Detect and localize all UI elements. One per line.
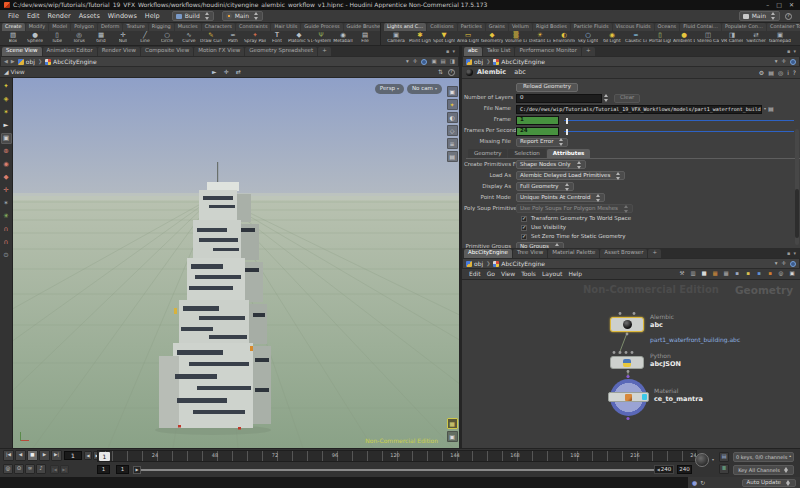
tool-curve[interactable]: ∿ Curve [178, 31, 200, 46]
network-menu-item[interactable]: Layout [539, 271, 565, 277]
help-icon[interactable]: ? [785, 13, 792, 20]
network-canvas[interactable]: Non-Commercial Edition Geometry Alembic … [462, 280, 800, 448]
shading-mode-icon[interactable]: ◐ [447, 112, 458, 123]
pivot-icon[interactable]: ✛ [1, 185, 12, 196]
shelf-tab[interactable]: Characters [202, 23, 235, 31]
tool-area-light[interactable]: ▭ Area Light [456, 31, 480, 46]
folder-tab[interactable]: Attributes [547, 149, 591, 158]
forward-icon[interactable]: ▶ [11, 59, 15, 64]
menu-item[interactable]: Edit [23, 13, 44, 20]
file-browser-icon[interactable]: ▤ [768, 106, 774, 112]
loop-mode-icon[interactable]: ∞ [25, 464, 35, 474]
shelf-tab[interactable]: Texture [123, 23, 147, 31]
pane-tab[interactable]: Tree View [513, 249, 547, 258]
fps-field[interactable]: 24 [516, 127, 559, 136]
tool-spot-light[interactable]: ▼ Spot Light [432, 31, 456, 46]
secure-selection-icon[interactable]: ▣ [1, 133, 12, 144]
lighting-icon[interactable]: ✦ [447, 99, 458, 110]
tool-metaball[interactable]: ◉ Metaball [332, 31, 354, 46]
snapshot-pane-icon[interactable]: ▣ [431, 59, 436, 65]
pane-tab[interactable]: + [648, 249, 661, 258]
tool-torus[interactable]: ◎ Torus [68, 31, 90, 46]
shelf-tab[interactable]: Rigid Bodies [533, 23, 570, 31]
shelf-tab[interactable]: Lights and C… [384, 23, 426, 31]
breadcrumb-root[interactable]: obj [466, 59, 483, 65]
select-arrow-icon[interactable]: ► [1, 120, 12, 131]
timeline-ruler[interactable]: 24487296120144168192216240 1 [97, 450, 697, 462]
network-menu-item[interactable]: Go [484, 271, 498, 277]
tool-file[interactable]: ▤ File [354, 31, 376, 46]
tool-font[interactable]: T Font [266, 31, 288, 46]
snap-icon[interactable]: ✶ [1, 198, 12, 209]
range-start-field[interactable]: 1 [97, 465, 110, 474]
range-slider[interactable] [133, 467, 654, 473]
node-name-label[interactable]: abc [650, 322, 663, 329]
translate-icon[interactable]: ⊕ [1, 146, 12, 157]
breadcrumb-root[interactable]: obj [466, 261, 483, 267]
breadcrumb-node[interactable]: AbcCityEngine [493, 59, 545, 65]
channel-list-icon[interactable]: ≣ [719, 464, 729, 474]
stop-button[interactable]: ■ [27, 450, 38, 461]
color-palette-icon[interactable]: ▦ [711, 270, 719, 278]
pane-tab[interactable]: AbcCityEngine [464, 249, 512, 258]
missing-file-menu[interactable]: Report Error [516, 138, 568, 147]
camera-selector[interactable]: No cam▾ [407, 84, 442, 94]
shelf-tab[interactable]: Fluid Contai… [680, 23, 721, 31]
float-pane-icon[interactable]: ▤ [441, 59, 446, 65]
network-menu-item[interactable]: Edit [466, 271, 484, 277]
view-options-icon[interactable]: ▣ [447, 431, 458, 442]
pane-tab[interactable]: Composite View [141, 47, 193, 56]
frame-field[interactable]: 1 [516, 116, 559, 125]
shelf-tab[interactable]: Guide Brushes [344, 23, 380, 31]
audio-options-icon[interactable]: ♪ [36, 464, 46, 474]
reload-geometry-button[interactable]: Reload Geometry [516, 83, 578, 92]
tool-platonic-solids[interactable]: ◆ Platonic Solids [288, 31, 310, 46]
shelf-tab[interactable]: Modify [26, 23, 49, 31]
path-dropdown-icon[interactable]: ▾ [775, 59, 778, 65]
overview-icon[interactable]: ▣ [788, 270, 796, 278]
close-button[interactable]: ✕ [789, 2, 794, 8]
select-mode-icon[interactable]: ► [212, 69, 217, 75]
pane-tab[interactable]: Render View [98, 47, 140, 56]
pane-tab[interactable]: Asset Browser [600, 249, 647, 258]
shelf-tab[interactable]: Deform [98, 23, 123, 31]
tools-icon[interactable]: ⚒ [678, 270, 686, 278]
playback-mode-icon[interactable]: ◎ [3, 464, 13, 474]
shelf-tab[interactable]: Container Tools [767, 23, 800, 31]
shelf-tab[interactable]: Populate Con… [722, 23, 766, 31]
magnet-pose-icon[interactable]: ∩ [1, 224, 12, 235]
tool-ambient-light[interactable]: ● Ambient Light [672, 31, 696, 46]
shelf-tab[interactable]: Constraints [236, 23, 271, 31]
shelf-tab[interactable]: Hair Utils [271, 23, 300, 31]
layers-spinner[interactable] [604, 94, 609, 102]
shelf-tab[interactable]: Model [49, 23, 70, 31]
pane-tab[interactable]: + [318, 47, 331, 56]
tool-l-system[interactable]: Ψ L-System [310, 31, 332, 46]
pane-tab-controls[interactable]: ▪▾ [787, 47, 798, 56]
tool-caustic-light[interactable]: ≈ Caustic Light [624, 31, 648, 46]
jump-to-start-button[interactable]: |◀ [3, 450, 14, 461]
shelf-tab[interactable]: Polygon [71, 23, 97, 31]
shelf-tab[interactable]: Vellum [509, 23, 532, 31]
tool-path[interactable]: ≈ Path [222, 31, 244, 46]
node-abcjson[interactable] [610, 356, 644, 369]
pin-icon[interactable]: ✛ [781, 261, 786, 267]
tool-distant-light[interactable]: ☀ Distant Light [528, 31, 552, 46]
tool-stereo-camera[interactable]: ◫ Stereo Camera [696, 31, 720, 46]
checkbox[interactable]: ✓ [521, 216, 527, 222]
tool-box[interactable]: ▧ Box [2, 31, 24, 46]
range-slider-start-handle[interactable]: ▶ [133, 466, 141, 474]
jump-to-end-button[interactable]: ▶| [51, 450, 62, 461]
play-reverse-button[interactable]: ◀ [15, 450, 26, 461]
menu-item[interactable]: Windows [104, 13, 141, 20]
pane-tab[interactable]: abc [464, 47, 482, 56]
current-frame-field[interactable]: 1 [64, 451, 82, 460]
auto-key-dropdown-icon[interactable]: ▾ [712, 458, 714, 462]
shelf-tab[interactable]: Grains [486, 23, 508, 31]
display-options-icon[interactable]: ≡ [447, 138, 458, 149]
tool-camera[interactable]: ▣ Camera [384, 31, 408, 46]
file-dropdown-icon[interactable]: ▾ [764, 107, 766, 111]
file-name-field[interactable]: C:/dev/ews/wip/Tutorials/Tutorial_19_VFX… [516, 105, 762, 114]
scoped-channels-icon[interactable]: ▤ [719, 452, 729, 462]
sync-icon[interactable] [421, 59, 427, 65]
